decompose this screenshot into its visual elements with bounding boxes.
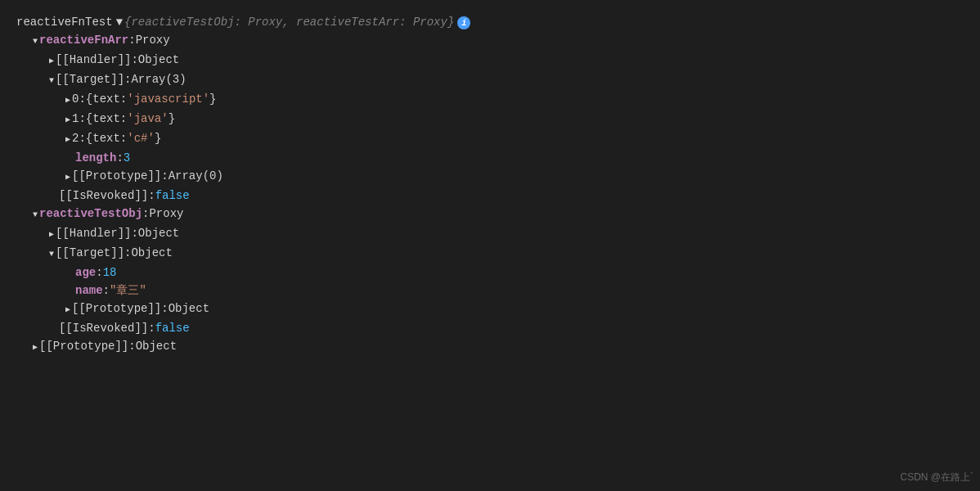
target-2-key: [[Target]] [56,244,124,262]
length-value: 3 [124,149,130,167]
colon-12: : [124,244,131,262]
reactive-test-obj-value: Proxy [149,205,183,223]
age-key: age [75,264,96,282]
arrow-right-icon-6[interactable]: ▶ [65,169,70,187]
root-variable-name: reactiveFnTest [16,13,113,31]
colon-6: : [79,129,85,147]
colon-16: : [148,319,155,337]
is-revoked-2-line: [[IsRevoked]] : false [16,319,964,337]
colon-13: : [96,264,102,282]
no-arrow-spacer-2 [49,187,59,205]
root-summary: {reactiveTestObj: Proxy, reactiveTestArr… [124,13,454,31]
arr-item-0-value: 'javascript' [127,90,209,108]
colon-11: : [131,224,137,242]
colon-8: : [161,167,168,185]
arrow-right-icon-3[interactable]: ▶ [65,92,70,110]
arrow-down-icon[interactable]: ▼ [33,33,38,51]
is-revoked-2-value: false [155,319,190,337]
csdn-watermark: CSDN @在路上` [900,471,973,484]
root-arrow[interactable]: ▼ [116,13,123,31]
reactive-fn-arr-key: reactiveFnArr [39,31,128,49]
arr-item-1-key: 1 [72,110,79,128]
prototype-3-value: Object [136,337,177,355]
prototype-2-value: Object [169,300,209,318]
arr-item-2-brace-close: } [155,129,161,147]
arr-item-1-brace-close: } [169,110,175,128]
arr-item-0-line[interactable]: ▶ 0 : {text: 'javascript' } [16,90,964,110]
colon-3: : [124,70,131,88]
arrow-right-icon[interactable]: ▶ [49,52,54,70]
colon-15: : [161,300,168,318]
arrow-down-icon-7[interactable]: ▼ [33,206,38,224]
arrow-down-icon-2[interactable]: ▼ [49,72,54,90]
arr-item-2-line[interactable]: ▶ 2 : {text: 'c#' } [16,129,964,149]
name-value: "章三" [110,282,146,300]
arrow-right-icon-11[interactable]: ▶ [33,339,38,357]
arr-item-1-value: 'java' [127,110,168,128]
arr-item-1-brace-open: {text: [86,110,127,128]
colon-17: : [128,337,135,355]
reactive-test-obj-line[interactable]: ▼ reactiveTestObj : Proxy [16,205,964,224]
arrow-right-icon-8[interactable]: ▶ [49,226,54,244]
arr-item-0-key: 0 [72,90,79,108]
arrow-right-icon-5[interactable]: ▶ [65,131,70,149]
no-arrow-spacer-3 [65,264,75,282]
age-value: 18 [103,264,117,282]
arr-item-2-key: 2 [72,129,79,147]
length-line: length : 3 [16,149,964,167]
handler-1-value: Object [138,51,179,69]
is-revoked-2-key: [[IsRevoked]] [59,319,148,337]
target-1-value: Array(3) [131,70,186,88]
handler-2-value: Object [138,224,179,242]
colon-4: : [79,90,85,108]
colon-9: : [148,187,155,205]
no-arrow-spacer-1 [65,149,75,167]
handler-2-key: [[Handler]] [56,224,131,242]
root-line[interactable]: reactiveFnTest ▼ {reactiveTestObj: Proxy… [16,13,964,31]
arrow-down-icon-9[interactable]: ▼ [49,246,54,264]
no-arrow-spacer-4 [65,282,75,300]
reactive-test-obj-key: reactiveTestObj [39,205,142,223]
prototype-1-key: [[Prototype]] [72,167,161,185]
colon-2: : [131,51,137,69]
no-arrow-spacer-5 [49,319,59,337]
arr-item-0-brace-close: } [209,90,216,108]
age-line: age : 18 [16,264,964,282]
target-2-line[interactable]: ▼ [[Target]] : Object [16,244,964,264]
name-line: name : "章三" [16,282,964,300]
arr-item-2-brace-open: {text: [86,129,127,147]
target-2-value: Object [131,244,172,262]
prototype-3-key: [[Prototype]] [39,337,128,355]
arr-item-0-brace-open: {text: [86,90,127,108]
length-key: length [75,149,116,167]
is-revoked-1-value: false [155,187,190,205]
colon-5: : [79,110,85,128]
arr-item-1-line[interactable]: ▶ 1 : {text: 'java' } [16,110,964,129]
name-key: name [75,282,103,300]
colon-1: : [128,31,135,49]
reactive-fn-arr-value: Proxy [136,31,170,49]
is-revoked-1-line: [[IsRevoked]] : false [16,187,964,205]
prototype-3-line[interactable]: ▶ [[Prototype]] : Object [16,337,964,357]
colon-10: : [142,205,149,223]
arr-item-2-value: 'c#' [127,129,155,147]
arrow-right-icon-4[interactable]: ▶ [65,111,70,129]
handler-1-key: [[Handler]] [56,51,131,69]
arrow-right-icon-10[interactable]: ▶ [65,301,70,319]
prototype-1-line[interactable]: ▶ [[Prototype]] : Array(0) [16,167,964,187]
prototype-2-key: [[Prototype]] [72,300,161,318]
prototype-2-line[interactable]: ▶ [[Prototype]] : Object [16,300,964,319]
console-output: reactiveFnTest ▼ {reactiveTestObj: Proxy… [16,13,964,357]
target-1-line[interactable]: ▼ [[Target]] : Array(3) [16,70,964,90]
colon-7: : [116,149,123,167]
reactive-fn-arr-line[interactable]: ▼ reactiveFnArr : Proxy [16,31,964,51]
handler-1-line[interactable]: ▶ [[Handler]] : Object [16,51,964,70]
colon-14: : [103,282,110,300]
handler-2-line[interactable]: ▶ [[Handler]] : Object [16,224,964,244]
info-icon[interactable]: i [457,16,470,29]
prototype-1-value: Array(0) [169,167,223,185]
is-revoked-1-key: [[IsRevoked]] [59,187,148,205]
target-1-key: [[Target]] [56,70,124,88]
